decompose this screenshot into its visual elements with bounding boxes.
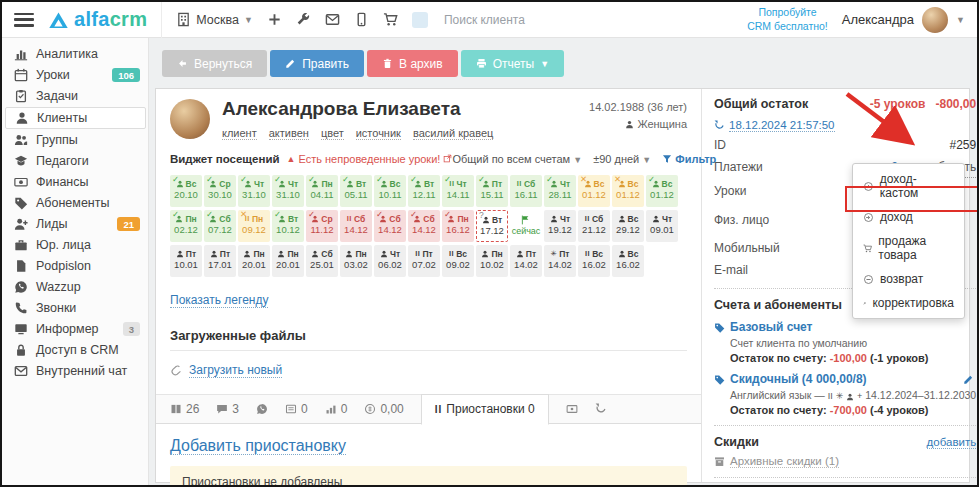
- attendance-cell[interactable]: ✓Вт05.11: [340, 175, 372, 207]
- client-tag[interactable]: цвет: [321, 127, 344, 140]
- menu-item-income-custom[interactable]: доход-кастом: [853, 167, 964, 205]
- sidebar-item-leads[interactable]: Лиды21: [2, 214, 148, 234]
- account-link[interactable]: Скидочный (4 000,00/8): [730, 372, 867, 386]
- attendance-cell[interactable]: Пт10.01: [170, 245, 202, 277]
- sidebar-item-teachers[interactable]: Педагоги: [2, 151, 148, 171]
- attendance-cell[interactable]: ✓Ср11.12: [306, 210, 338, 242]
- tips-icon[interactable]: [412, 12, 428, 28]
- sidebar-item-analytics[interactable]: Аналитика: [2, 44, 148, 64]
- tab-balance[interactable]: 0,00: [364, 402, 403, 416]
- attendance-cell[interactable]: ✓Чт31.10: [272, 175, 304, 207]
- sidebar-item-groups[interactable]: Группы: [2, 130, 148, 150]
- sidebar-item-finance[interactable]: Финансы: [2, 172, 148, 192]
- attendance-cell[interactable]: ✓Чт31.10: [238, 175, 270, 207]
- sidebar-item-internal-chat[interactable]: Внутренний чат: [2, 361, 148, 381]
- attendance-cell[interactable]: ✓IIЧт14.11: [442, 175, 474, 207]
- client-tag[interactable]: василий кравец: [413, 127, 493, 140]
- promo-link[interactable]: Попробуйте CRM бесплатно!: [747, 6, 828, 32]
- attendance-cell[interactable]: ✳Пт14.02: [544, 245, 576, 277]
- menu-item-sale[interactable]: продажа товара: [853, 229, 964, 267]
- attendance-cell[interactable]: Сб25.01: [306, 245, 338, 277]
- attendance-cell[interactable]: Пн20.01: [238, 245, 270, 277]
- attendance-cell[interactable]: ✓Чт28.11: [544, 175, 576, 207]
- attendance-cell[interactable]: ✓Вс10.11: [374, 175, 406, 207]
- wrench-icon[interactable]: [296, 12, 311, 27]
- attendance-cell[interactable]: IIПт07.02: [408, 245, 440, 277]
- attendance-cell[interactable]: ✓Вс20.10: [170, 175, 202, 207]
- client-tag[interactable]: источник: [356, 127, 401, 140]
- tab-cards[interactable]: [566, 403, 578, 415]
- client-avatar[interactable]: [170, 99, 210, 139]
- sidebar-item-clients[interactable]: Клиенты: [5, 107, 146, 129]
- add-icon[interactable]: [267, 12, 282, 27]
- menu-icon[interactable]: [14, 13, 34, 27]
- tab-notes[interactable]: 26: [170, 402, 199, 416]
- client-tag[interactable]: клиент: [222, 127, 257, 140]
- days-filter-select[interactable]: ±90 дней ▼: [593, 153, 651, 165]
- archive-button[interactable]: В архив: [367, 50, 458, 77]
- attendance-cell[interactable]: Чт19.12: [544, 210, 576, 242]
- attendance-cell[interactable]: Чт06.02: [374, 245, 406, 277]
- attendance-cell[interactable]: ✓Пт15.11: [476, 175, 508, 207]
- attendance-cell[interactable]: IIВс16.02: [578, 245, 610, 277]
- sidebar-item-lessons[interactable]: Уроки106: [2, 65, 148, 85]
- attendance-cell[interactable]: сейчас: [510, 210, 542, 242]
- menu-item-refund[interactable]: возврат: [853, 267, 964, 291]
- attendance-cell[interactable]: IIВс09.02: [442, 245, 474, 277]
- tab-stats[interactable]: 0: [325, 402, 348, 416]
- attendance-cell[interactable]: IIСб16.11: [510, 175, 542, 207]
- attendance-cell[interactable]: Пн10.02: [476, 245, 508, 277]
- mobile-icon[interactable]: [354, 12, 369, 27]
- attendance-cell[interactable]: ✓Вс01.12: [646, 175, 678, 207]
- refresh-balance-link[interactable]: 18.12.2024 21:57:50: [714, 119, 976, 132]
- attendance-cell[interactable]: ?Вт17.12: [476, 210, 508, 242]
- menu-item-correction[interactable]: корректировка: [853, 291, 964, 315]
- back-button[interactable]: Вернуться: [162, 50, 267, 77]
- attendance-cell[interactable]: Пт17.01: [204, 245, 236, 277]
- sidebar-item-wazzup[interactable]: Wazzup: [2, 277, 148, 297]
- attendance-cell[interactable]: ✕IIПн09.12: [238, 210, 270, 242]
- archived-discounts-link[interactable]: Архивные скидки (1): [730, 455, 839, 468]
- cart-icon[interactable]: [383, 12, 398, 27]
- menu-item-income[interactable]: доход: [853, 205, 964, 229]
- tab-subscriptions[interactable]: 0: [285, 402, 308, 416]
- attendance-cell[interactable]: Вс29.12: [612, 210, 644, 242]
- user-menu[interactable]: Александра ▼: [842, 7, 965, 33]
- attendance-cell[interactable]: ✕Вс01.12: [612, 175, 644, 207]
- attendance-cell[interactable]: ✓Сб14.12: [374, 210, 406, 242]
- attendance-cell[interactable]: Пн03.02: [340, 245, 372, 277]
- attendance-cell[interactable]: IIСб21.12: [578, 210, 610, 242]
- search-input[interactable]: [442, 12, 592, 28]
- attendance-cell[interactable]: ✓Пн02.12: [170, 210, 202, 242]
- sidebar-item-crm-access[interactable]: Доступ в CRM: [2, 340, 148, 360]
- attendance-cell[interactable]: ✓Пн16.12: [442, 210, 474, 242]
- client-tag[interactable]: активен: [269, 127, 309, 140]
- add-discount-link[interactable]: добавить: [927, 436, 977, 449]
- edit-account-icon[interactable]: [963, 374, 974, 385]
- edit-button[interactable]: Править: [270, 50, 364, 77]
- tab-whatsapp[interactable]: [256, 403, 268, 415]
- attendance-cell[interactable]: ✓Сб07.12: [204, 210, 236, 242]
- sidebar-item-tasks[interactable]: Задачи: [2, 86, 148, 106]
- tab-comments[interactable]: 3: [216, 402, 239, 416]
- sidebar-item-informer[interactable]: Информер3: [2, 319, 148, 339]
- account-link[interactable]: Базовый счет: [730, 320, 813, 334]
- attendance-cell[interactable]: Вс16.02: [612, 245, 644, 277]
- attendance-cell[interactable]: ✓Сб14.12: [408, 210, 440, 242]
- attendance-cell[interactable]: Пн20.01: [272, 245, 304, 277]
- branch-selector[interactable]: Москва▼: [176, 12, 253, 27]
- sidebar-item-entities[interactable]: Юр. лица: [2, 235, 148, 255]
- show-legend-link[interactable]: Показать легенду: [170, 293, 268, 308]
- attendance-cell[interactable]: ✓Ср30.10: [204, 175, 236, 207]
- reports-button[interactable]: Отчеты▼: [461, 50, 564, 77]
- add-pause-link[interactable]: Добавить приостановку: [170, 437, 346, 455]
- envelope-icon[interactable]: [325, 12, 340, 27]
- sidebar-item-podpislon[interactable]: Podpislon: [2, 256, 148, 276]
- logo[interactable]: alfacrm: [48, 8, 147, 31]
- sidebar-item-subscriptions[interactable]: Абонементы: [2, 193, 148, 213]
- attendance-cell[interactable]: ✓Пн04.11: [306, 175, 338, 207]
- attendance-cell[interactable]: ✓Вт12.11: [408, 175, 440, 207]
- attendance-cell[interactable]: IIСб14.12: [340, 210, 372, 242]
- sidebar-item-calls[interactable]: Звонки: [2, 298, 148, 318]
- attendance-cell[interactable]: ✓Вт10.12: [272, 210, 304, 242]
